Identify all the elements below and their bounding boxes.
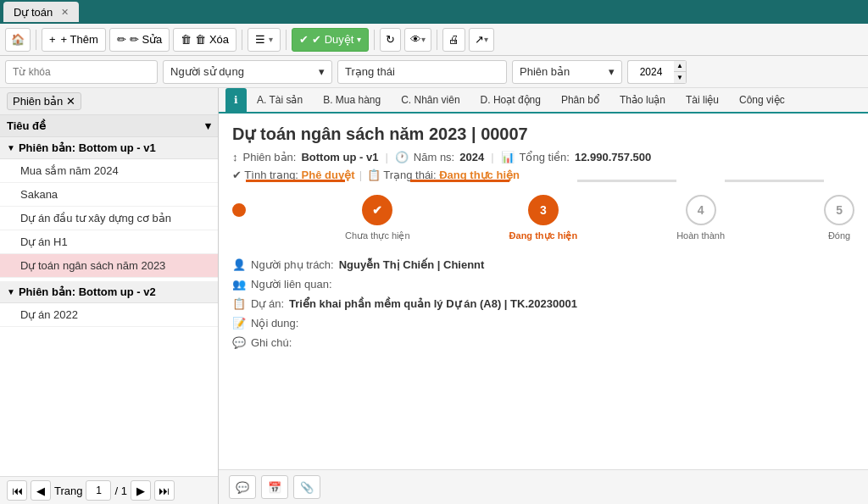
year-meta-value: 2024 — [459, 151, 484, 163]
column-header-label: Tiêu đề — [7, 119, 46, 132]
refresh-button[interactable]: ↻ — [380, 28, 401, 52]
field-contact: 👥 Người liên quan: — [232, 278, 854, 291]
contact-icon: 👥 — [232, 278, 246, 291]
step-line-0 — [246, 180, 345, 182]
tab-thao-luan[interactable]: Thảo luận — [609, 88, 676, 112]
item-label: Dự án đầu tư xây dựng cơ bản — [20, 212, 171, 224]
tab-tai-san[interactable]: A. Tài sản — [247, 88, 313, 112]
share-button[interactable]: ↗ ▾ — [469, 28, 494, 52]
group-header-1[interactable]: ▼ Phiên bản: Bottom up - v1 — [0, 137, 218, 159]
home-button[interactable]: 🏠 — [5, 28, 31, 52]
list-item[interactable]: Dự án H1 — [0, 230, 218, 254]
calendar-icon: 📅 — [268, 481, 281, 494]
step-4: 5 Đóng — [824, 195, 854, 241]
responsible-value: Nguyễn Thị Chiến | Chiennt — [339, 258, 485, 271]
year-down-button[interactable]: ▼ — [674, 72, 686, 83]
separator-2 — [242, 30, 242, 50]
year-input[interactable] — [627, 60, 674, 84]
edit-icon: ✏ — [117, 33, 126, 46]
year-up-button[interactable]: ▲ — [674, 61, 686, 73]
filter-tag-close-icon[interactable]: ✕ — [66, 95, 75, 108]
left-panel-header: Phiên bản ✕ — [0, 88, 218, 115]
edit-button[interactable]: ✏ ✏ Sửa — [109, 28, 170, 52]
item-label: Dự án 2022 — [20, 308, 78, 321]
page-number-input[interactable] — [86, 480, 111, 501]
delete-icon: 🗑 — [181, 33, 192, 46]
step-1-label: Chưa thực hiện — [345, 230, 410, 241]
step-4-label: Đóng — [828, 230, 850, 241]
next-page-button[interactable]: ▶ — [131, 480, 151, 501]
tab-tai-lieu[interactable]: Tài liệu — [676, 88, 729, 112]
version-select-arrow-icon: ▾ — [609, 65, 615, 78]
menu-icon: ☰ — [255, 33, 265, 46]
project-value: Triển khai phần mềm quản lý Dự án (A8) |… — [289, 297, 577, 310]
status-pipe: | — [359, 169, 365, 181]
print-icon: 🖨 — [448, 33, 459, 46]
edit-label: ✏ Sửa — [130, 33, 163, 46]
step-1: ✔ Chưa thực hiện — [345, 195, 410, 241]
separator-5 — [437, 30, 437, 50]
chat-button[interactable]: 💬 — [229, 475, 256, 499]
status-select[interactable]: Trạng thái — [337, 60, 507, 84]
list-item[interactable]: Mua sắm năm 2024 — [0, 159, 218, 183]
first-page-button[interactable]: ⏮ — [7, 480, 27, 501]
list-item-active[interactable]: Dự toán ngân sách năm 2023 — [0, 254, 218, 278]
column-filter-icon[interactable]: ▾ — [205, 119, 211, 132]
step-start — [232, 195, 246, 217]
detail-meta: ↕ Phiên bản: Bottom up - v1 | 🕐 Năm ns: … — [232, 151, 854, 163]
eye-icon: 👁 — [410, 33, 421, 46]
approve-button[interactable]: ✔ ✔ Duyệt ▾ — [292, 28, 369, 52]
step-1-circle: ✔ — [362, 195, 392, 225]
year-spinners: ▲ ▼ — [674, 60, 687, 84]
tab-mua-hang[interactable]: B. Mua hàng — [313, 88, 391, 112]
group1-items: Mua sắm năm 2024 Sakana Dự án đầu tư xây… — [0, 159, 218, 278]
filter-tag[interactable]: Phiên bản ✕ — [7, 92, 81, 110]
menu-dropdown-icon: ▾ — [269, 35, 273, 44]
tab-close-icon[interactable]: ✕ — [61, 7, 69, 18]
tab-du-toan[interactable]: Dự toán ✕ — [3, 2, 79, 22]
list-item[interactable]: Dự án đầu tư xây dựng cơ bản — [0, 207, 218, 230]
add-label: + Thêm — [61, 33, 98, 46]
tab-phan-bo[interactable]: Phân bổ — [551, 88, 609, 112]
item-label: Mua sắm năm 2024 — [20, 164, 119, 177]
approval-check-icon: ✔ — [232, 169, 242, 181]
add-icon: + — [49, 33, 56, 46]
first-page-icon: ⏮ — [12, 485, 23, 497]
version-select[interactable]: Phiên bản ▾ — [512, 60, 622, 84]
list-item[interactable]: Dự án 2022 — [0, 303, 218, 327]
next-page-icon: ▶ — [136, 485, 145, 497]
keyword-input[interactable] — [5, 60, 158, 84]
tab-nhan-vien[interactable]: C. Nhân viên — [391, 88, 470, 112]
prev-page-button[interactable]: ◀ — [31, 480, 51, 501]
version-meta-value: Bottom up - v1 — [301, 151, 378, 163]
detail-footer: 💬 📅 📎 — [219, 469, 868, 504]
item-label: Sakana — [20, 188, 58, 201]
add-button[interactable]: + + Thêm — [42, 28, 106, 52]
user-select[interactable]: Người sử dụng ▾ — [163, 60, 332, 84]
item-label: Dự án H1 — [20, 235, 68, 248]
menu-button[interactable]: ☰ ▾ — [248, 28, 281, 52]
last-page-button[interactable]: ⏭ — [154, 480, 175, 501]
tab-hoat-dong[interactable]: D. Hoạt động — [470, 88, 551, 112]
tab-info[interactable]: ℹ — [225, 88, 247, 112]
view-button[interactable]: 👁 ▾ — [404, 28, 431, 52]
project-label: Dự án: — [251, 297, 284, 310]
tab-cong-viec[interactable]: Công việc — [729, 88, 795, 112]
calendar-button[interactable]: 📅 — [261, 475, 288, 499]
attachment-button[interactable]: 📎 — [293, 475, 320, 499]
group2-label: Phiên bản: Bottom up - v2 — [19, 285, 156, 298]
list-item[interactable]: Sakana — [0, 183, 218, 207]
delete-button[interactable]: 🗑 🗑 Xóa — [173, 28, 236, 52]
field-project: 📋 Dự án: Triển khai phần mềm quản lý Dự … — [232, 297, 854, 310]
tab-bar: Dự toán ✕ — [0, 0, 868, 24]
group-header-2[interactable]: ▼ Phiên bản: Bottom up - v2 — [0, 281, 218, 303]
print-button[interactable]: 🖨 — [442, 28, 465, 52]
step-3-label: Hoàn thành — [676, 230, 725, 241]
content-icon: 📝 — [232, 317, 246, 330]
step-3: 4 Hoàn thành — [676, 195, 725, 241]
approve-check-icon: ✔ — [299, 33, 309, 46]
left-panel: Phiên bản ✕ Tiêu đề ▾ ▼ Phiên bản: Botto… — [0, 88, 219, 504]
group2-items: Dự án 2022 — [0, 303, 218, 327]
right-panel: ℹ A. Tài sản B. Mua hàng C. Nhân viên D.… — [219, 88, 868, 504]
detail-content: Dự toán ngân sách năm 2023 | 00007 ↕ Phi… — [219, 114, 868, 469]
